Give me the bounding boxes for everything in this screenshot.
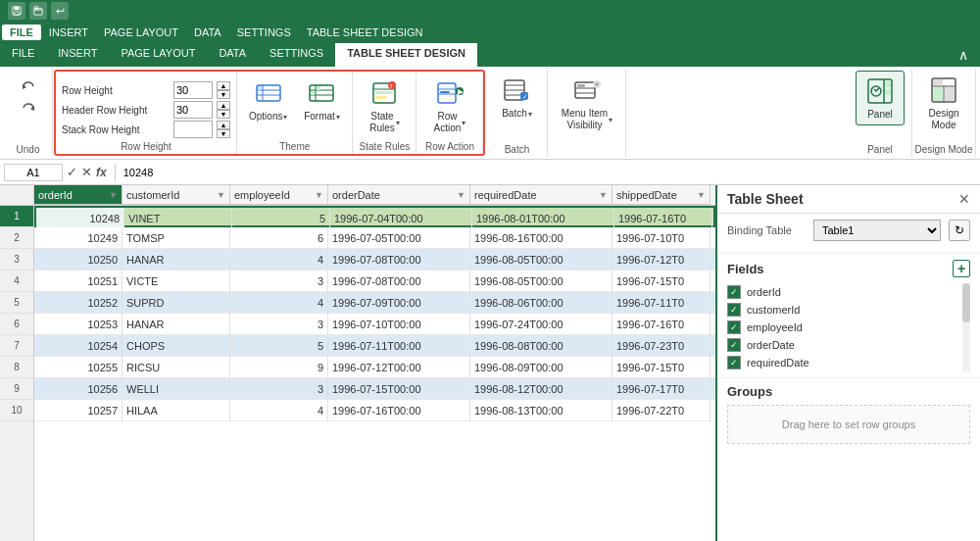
data-cell[interactable]: 1996-07-09T00:00 xyxy=(328,292,470,314)
data-cell[interactable]: 1996-07-04T00:00 xyxy=(330,208,472,229)
data-cell[interactable]: 1996-07-24T00:00 xyxy=(470,314,612,335)
table-row[interactable]: 10253HANAR31996-07-10T00:001996-07-24T00… xyxy=(34,314,715,335)
menu-item-file[interactable]: FILE xyxy=(2,25,41,40)
data-cell[interactable]: 3 xyxy=(230,314,328,335)
table-row[interactable]: 10252SUPRD41996-07-09T00:001996-08-06T00… xyxy=(34,292,715,314)
col-header-employeeid[interactable]: employeeId ▼ xyxy=(230,185,328,205)
data-cell[interactable]: 1996-07-11T00:00 xyxy=(328,335,470,357)
data-cell[interactable]: 1996-07-05T00:00 xyxy=(328,227,470,249)
list-item[interactable]: ✓requiredDate xyxy=(727,354,962,371)
data-cell[interactable]: VINET xyxy=(124,208,232,229)
field-checkbox[interactable]: ✓ xyxy=(727,303,741,317)
data-cell[interactable]: 1996-07-16T0 xyxy=(614,208,712,229)
data-cell[interactable]: 10257 xyxy=(34,400,122,421)
data-cell[interactable]: 1996-07-16T00:00 xyxy=(328,400,470,421)
col-header-requireddate[interactable]: requiredDate ▼ xyxy=(470,185,612,205)
header-row-height-spinner[interactable]: ▲ ▼ xyxy=(217,101,230,119)
data-cell[interactable]: 1996-08-08T00:00 xyxy=(470,335,612,357)
data-cell[interactable]: 3 xyxy=(230,378,328,400)
list-item[interactable]: ✓employeeId xyxy=(727,319,962,336)
open-icon[interactable] xyxy=(29,2,47,20)
data-cell[interactable]: HANAR xyxy=(122,249,230,270)
binding-table-select[interactable]: Table1 xyxy=(813,220,941,241)
data-cell[interactable]: TOMSP xyxy=(122,227,230,249)
data-cell[interactable]: 4 xyxy=(230,292,328,314)
save-icon[interactable] xyxy=(8,2,25,20)
groups-drop-area[interactable]: Drag here to set row groups xyxy=(727,405,970,444)
undo-button[interactable] xyxy=(16,76,41,98)
tab-data[interactable]: DATA xyxy=(207,43,258,67)
list-item[interactable]: ✓orderId xyxy=(727,283,962,301)
data-cell[interactable]: 10254 xyxy=(34,335,122,357)
data-cell[interactable]: 1996-08-13T00:00 xyxy=(470,400,612,421)
formula-input[interactable] xyxy=(123,164,976,181)
options-dropdown-arrow[interactable]: ▾ xyxy=(283,113,287,122)
table-row[interactable]: 10249TOMSP61996-07-05T00:001996-08-16T00… xyxy=(34,227,715,249)
row-action-dropdown-arrow[interactable]: ▾ xyxy=(462,119,466,127)
data-cell[interactable]: 1996-08-12T00:00 xyxy=(470,378,612,400)
panel-button[interactable]: Panel xyxy=(856,71,905,125)
design-mode-button[interactable]: Design Mode xyxy=(919,71,968,135)
data-cell[interactable]: VICTE xyxy=(122,270,230,292)
tab-page-layout[interactable]: PAGE LAYOUT xyxy=(109,43,207,67)
data-cell[interactable]: 1996-08-06T00:00 xyxy=(470,292,612,314)
row-height-down[interactable]: ▼ xyxy=(217,90,230,99)
field-checkbox[interactable]: ✓ xyxy=(727,356,741,369)
data-cell[interactable]: RICSU xyxy=(122,357,230,378)
formula-bar-cancel[interactable]: ✕ xyxy=(81,165,92,179)
header-row-height-up[interactable]: ▲ xyxy=(217,101,230,110)
data-cell[interactable]: 1996-08-09T00:00 xyxy=(470,357,612,378)
table-row[interactable]: 10251VICTE31996-07-08T00:001996-08-05T00… xyxy=(34,270,715,292)
data-cell[interactable]: 1996-07-10T0 xyxy=(612,227,710,249)
col-sort-employeeid[interactable]: ▼ xyxy=(315,190,323,200)
data-cell[interactable]: 1996-08-01T00:00 xyxy=(472,208,614,229)
binding-table-refresh[interactable]: ↻ xyxy=(949,220,970,241)
undo-quick-icon[interactable]: ↩ xyxy=(51,2,69,20)
data-cell[interactable]: 10250 xyxy=(34,249,122,270)
col-header-orderdate[interactable]: orderDate ▼ xyxy=(328,185,470,205)
panel-close-button[interactable]: ✕ xyxy=(958,191,970,207)
menu-visibility-button[interactable]: Menu Item Visibility ▾ xyxy=(556,71,618,135)
col-header-shippeddate[interactable]: shippedDate ▼ xyxy=(612,185,710,205)
col-sort-customerid[interactable]: ▼ xyxy=(217,190,225,200)
data-cell[interactable]: 1996-07-10T00:00 xyxy=(328,314,470,335)
col-header-orderid[interactable]: orderId ▼ xyxy=(34,185,122,205)
data-cell[interactable]: 10255 xyxy=(34,357,122,378)
field-checkbox[interactable]: ✓ xyxy=(727,285,741,299)
tab-file[interactable]: FILE xyxy=(0,43,46,67)
tab-settings[interactable]: SETTINGS xyxy=(258,43,335,67)
data-cell[interactable]: 10256 xyxy=(34,378,122,400)
data-cell[interactable]: 5 xyxy=(232,208,330,229)
fields-scrollbar[interactable] xyxy=(962,283,970,371)
table-row[interactable]: 10255RICSU91996-07-12T00:001996-08-09T00… xyxy=(34,357,715,378)
data-cell[interactable]: SUPRD xyxy=(122,292,230,314)
data-cell[interactable]: 10251 xyxy=(34,270,122,292)
menu-item-table-sheet-design[interactable]: TABLE SHEET DESIGN xyxy=(299,25,431,40)
data-cell[interactable]: 1996-07-16T0 xyxy=(612,314,710,335)
data-cell[interactable]: 1996-07-12T0 xyxy=(612,249,710,270)
table-row[interactable]: 10257HILAA41996-07-16T00:001996-08-13T00… xyxy=(34,400,715,421)
header-row-height-input[interactable] xyxy=(173,101,213,119)
data-cell[interactable]: WELLI xyxy=(122,378,230,400)
cell-reference-box[interactable] xyxy=(4,164,63,181)
format-dropdown-arrow[interactable]: ▾ xyxy=(336,113,340,122)
field-checkbox[interactable]: ✓ xyxy=(727,338,741,352)
data-cell[interactable]: 1996-07-11T0 xyxy=(612,292,710,314)
data-cell[interactable]: 10248 xyxy=(36,208,124,229)
data-cell[interactable]: 10252 xyxy=(34,292,122,314)
table-row[interactable]: 10250HANAR41996-07-08T00:001996-08-05T00… xyxy=(34,249,715,270)
formula-bar-fx[interactable]: fx xyxy=(96,166,107,179)
data-cell[interactable]: 9 xyxy=(230,357,328,378)
field-checkbox[interactable]: ✓ xyxy=(727,320,741,334)
data-cell[interactable]: 1996-08-05T00:00 xyxy=(470,270,612,292)
data-cell[interactable]: 4 xyxy=(230,400,328,421)
data-cell[interactable]: 10253 xyxy=(34,314,122,335)
table-row[interactable]: 10248VINET51996-07-04T00:001996-08-01T00… xyxy=(34,206,715,227)
options-button[interactable]: Options ▾ xyxy=(243,74,293,126)
ribbon-collapse-btn[interactable]: ∧ xyxy=(947,43,980,67)
table-row[interactable]: 10256WELLI31996-07-15T00:001996-08-12T00… xyxy=(34,378,715,400)
data-cell[interactable]: 1996-07-15T0 xyxy=(612,270,710,292)
row-action-button[interactable]: ▶ Row Action ▾ xyxy=(425,74,474,138)
state-rules-dropdown-arrow[interactable]: ▾ xyxy=(396,119,400,127)
data-cell[interactable]: 5 xyxy=(230,335,328,357)
